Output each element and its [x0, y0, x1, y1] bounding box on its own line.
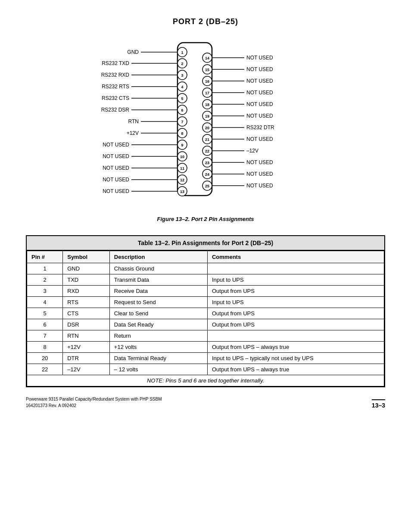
- svg-text:14: 14: [205, 56, 209, 60]
- cell-description: Clear to Send: [109, 308, 207, 319]
- pin-table: Pin # Symbol Description Comments 1GNDCh…: [27, 251, 384, 386]
- col-header-symbol: Symbol: [63, 251, 110, 263]
- col-header-description: Description: [109, 251, 207, 263]
- svg-text:24: 24: [205, 172, 209, 177]
- svg-text:NOT USED: NOT USED: [246, 66, 273, 72]
- cell-comment: [207, 330, 384, 342]
- svg-text:23: 23: [205, 161, 209, 165]
- cell-symbol: RXD: [63, 286, 110, 297]
- svg-text:13: 13: [180, 190, 184, 194]
- svg-text:NOT USED: NOT USED: [103, 165, 129, 171]
- table-row: 2TXDTransmit DataInput to UPS: [27, 274, 384, 286]
- cell-description: +12 volts: [109, 342, 207, 353]
- svg-text:17: 17: [205, 91, 209, 95]
- svg-text:NOT USED: NOT USED: [246, 183, 273, 189]
- footer: Powerware 9315 Parallel Capacity/Redunda…: [26, 396, 385, 409]
- svg-text:NOT USED: NOT USED: [246, 101, 273, 107]
- table-row: 8+12V+12 voltsOutput from UPS – always t…: [27, 342, 384, 353]
- svg-text:RTN: RTN: [128, 118, 139, 124]
- svg-text:NOT USED: NOT USED: [246, 136, 273, 142]
- svg-text:7: 7: [181, 120, 183, 124]
- table-row: 4RTSRequest to SendInput to UPS: [27, 297, 384, 308]
- table-note: NOTE: Pins 5 and 6 are tied together int…: [27, 375, 384, 386]
- table-row: 6DSRData Set ReadyOutput from UPS: [27, 319, 384, 330]
- svg-text:NOT USED: NOT USED: [246, 55, 273, 61]
- svg-text:16: 16: [205, 79, 209, 84]
- svg-text:–12V: –12V: [246, 148, 258, 154]
- cell-comment: Input to UPS – typically not used by UPS: [207, 353, 384, 364]
- diagram-container: 1 GND 2 RS232 TXD 3 RS232 RXD 4 RS232 RT…: [26, 35, 385, 212]
- cell-description: Data Terminal Ready: [109, 353, 207, 364]
- cell-description: Return: [109, 330, 207, 342]
- cell-pin: 5: [27, 308, 63, 319]
- svg-text:18: 18: [205, 103, 209, 107]
- cell-symbol: RTS: [63, 297, 110, 308]
- cell-symbol: CTS: [63, 308, 110, 319]
- cell-description: Transmit Data: [109, 274, 207, 286]
- svg-text:4: 4: [181, 85, 183, 89]
- svg-text:22: 22: [205, 149, 209, 153]
- footer-left: Powerware 9315 Parallel Capacity/Redunda…: [26, 396, 162, 409]
- svg-text:NOT USED: NOT USED: [246, 171, 273, 177]
- svg-text:RS232 RXD: RS232 RXD: [101, 72, 130, 78]
- cell-description: – 12 volts: [109, 364, 207, 375]
- cell-pin: 20: [27, 353, 63, 364]
- pin-assignments-table: Table 13–2. Pin Assignments for Port 2 (…: [26, 235, 385, 387]
- cell-comment: [207, 263, 384, 274]
- col-header-pin: Pin #: [27, 251, 63, 263]
- svg-text:NOT USED: NOT USED: [103, 177, 129, 183]
- cell-symbol: GND: [63, 263, 110, 274]
- cell-comment: Output from UPS: [207, 286, 384, 297]
- svg-text:RS232 CTS: RS232 CTS: [102, 95, 129, 101]
- svg-text:20: 20: [205, 126, 209, 130]
- footer-line2: 164201373 Rev. A 092402: [26, 402, 162, 409]
- note-row: NOTE: Pins 5 and 6 are tied together int…: [27, 375, 384, 386]
- svg-text:5: 5: [181, 96, 183, 101]
- cell-comment: Input to UPS: [207, 274, 384, 286]
- cell-symbol: RTN: [63, 330, 110, 342]
- svg-text:NOT USED: NOT USED: [246, 90, 273, 96]
- svg-text:3: 3: [181, 73, 183, 78]
- cell-pin: 4: [27, 297, 63, 308]
- cell-pin: 8: [27, 342, 63, 353]
- table-row: 3RXDReceive DataOutput from UPS: [27, 286, 384, 297]
- cell-pin: 6: [27, 319, 63, 330]
- cell-pin: 22: [27, 364, 63, 375]
- svg-text:GND: GND: [127, 49, 139, 55]
- cell-description: Data Set Ready: [109, 319, 207, 330]
- connector-diagram: 1 GND 2 RS232 TXD 3 RS232 RXD 4 RS232 RT…: [98, 35, 313, 207]
- svg-text:9: 9: [181, 143, 183, 147]
- cell-comment: Output from UPS – always true: [207, 342, 384, 353]
- cell-pin: 3: [27, 286, 63, 297]
- svg-text:RS232 DSR: RS232 DSR: [101, 107, 130, 113]
- cell-symbol: DSR: [63, 319, 110, 330]
- cell-comment: Output from UPS: [207, 319, 384, 330]
- svg-text:12: 12: [180, 178, 184, 182]
- figure-caption: Figure 13–2. Port 2 Pin Assignments: [26, 216, 385, 222]
- svg-text:15: 15: [205, 68, 209, 72]
- cell-symbol: +12V: [63, 342, 110, 353]
- svg-text:8: 8: [181, 131, 183, 136]
- table-row: 1GNDChassis Ground: [27, 263, 384, 274]
- svg-text:NOT USED: NOT USED: [103, 142, 129, 148]
- svg-text:NOT USED: NOT USED: [246, 113, 273, 119]
- svg-text:21: 21: [205, 137, 209, 142]
- svg-text:6: 6: [181, 108, 183, 112]
- svg-text:NOT USED: NOT USED: [246, 78, 273, 84]
- svg-text:19: 19: [205, 114, 209, 118]
- svg-text:10: 10: [180, 155, 184, 159]
- table-row: 5CTSClear to SendOutput from UPS: [27, 308, 384, 319]
- page-title: PORT 2 (DB–25): [26, 17, 385, 26]
- svg-text:RS232 RTS: RS232 RTS: [102, 84, 129, 90]
- svg-text:11: 11: [180, 166, 184, 171]
- svg-text:NOT USED: NOT USED: [103, 188, 129, 194]
- table-row: 7RTNReturn: [27, 330, 384, 342]
- cell-description: Receive Data: [109, 286, 207, 297]
- footer-line1: Powerware 9315 Parallel Capacity/Redunda…: [26, 396, 162, 402]
- table-title: Table 13–2. Pin Assignments for Port 2 (…: [27, 236, 384, 251]
- svg-text:+12V: +12V: [127, 130, 139, 136]
- svg-text:25: 25: [205, 184, 209, 188]
- col-header-comments: Comments: [207, 251, 384, 263]
- table-row: 20DTRData Terminal ReadyInput to UPS – t…: [27, 353, 384, 364]
- cell-description: Request to Send: [109, 297, 207, 308]
